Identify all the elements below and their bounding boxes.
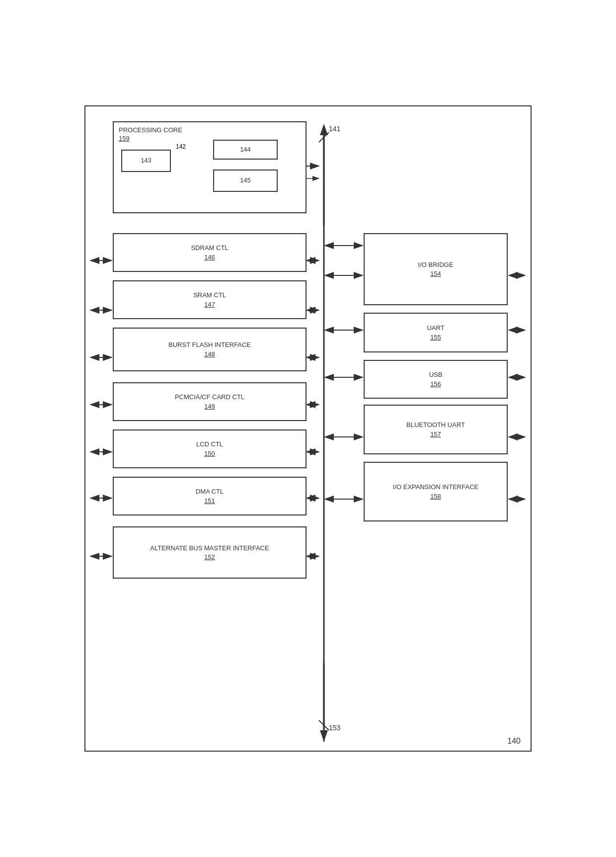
main-diagram: 141 153 140 PROCESSING CORE 159 143 142 …: [84, 105, 532, 752]
svg-marker-7: [320, 124, 328, 135]
io-expansion-num: 158: [430, 493, 441, 500]
dma-ctl-label: DMA CTL: [196, 488, 224, 496]
sdram-ctl-label: SDRAM CTL: [191, 244, 228, 253]
sram-ctl-box: SRAM CTL 147: [113, 280, 307, 319]
svg-marker-9: [320, 730, 328, 742]
inner-145-label: 145: [240, 176, 251, 185]
sram-ctl-label: SRAM CTL: [193, 291, 226, 300]
sram-ctl-num: 147: [204, 301, 215, 308]
processing-core-num: 159: [119, 135, 130, 142]
svg-text:153: 153: [329, 724, 341, 732]
pcmcia-box: PCMCIA/CF CARD CTL 149: [113, 382, 307, 421]
io-bridge-num: 154: [430, 270, 441, 277]
processing-core-label: PROCESSING CORE: [119, 126, 182, 134]
inner-143-label: 143: [141, 157, 152, 165]
pcmcia-num: 149: [204, 403, 215, 410]
uart-box: UART 155: [364, 313, 508, 352]
inner-box-144: 144: [213, 140, 278, 160]
bluetooth-uart-label: BLUETOOTH UART: [406, 421, 465, 429]
usb-label: USB: [429, 371, 443, 379]
inner-144-label: 144: [240, 146, 251, 154]
svg-line-43: [319, 720, 329, 730]
inner-box-143: 143: [121, 150, 171, 172]
io-bridge-label: I/O BRIDGE: [418, 261, 454, 269]
lcd-ctl-box: LCD CTL 150: [113, 429, 307, 468]
processing-core-box: PROCESSING CORE 159 143 142 144 145: [113, 121, 307, 213]
dma-ctl-num: 151: [204, 497, 215, 505]
lcd-ctl-num: 150: [204, 450, 215, 457]
dma-ctl-box: DMA CTL 151: [113, 477, 307, 515]
bluetooth-uart-box: BLUETOOTH UART 157: [364, 405, 508, 454]
sdram-ctl-num: 146: [204, 254, 215, 261]
alt-bus-master-label: ALTERNATE BUS MASTER INTERFACE: [150, 544, 269, 553]
inner-box-145: 145: [213, 170, 278, 192]
bluetooth-uart-num: 157: [430, 430, 441, 438]
io-bridge-box: I/O BRIDGE 154: [364, 233, 508, 305]
uart-label: UART: [427, 324, 444, 333]
io-expansion-label: I/O EXPANSION INTERFACE: [393, 483, 478, 492]
burst-flash-num: 148: [204, 350, 215, 358]
burst-flash-box: BURST FLASH INTERFACE 148: [113, 328, 307, 371]
svg-line-42: [319, 132, 329, 142]
uart-num: 155: [430, 334, 441, 341]
io-expansion-box: I/O EXPANSION INTERFACE 158: [364, 462, 508, 521]
diagram-id-label: 140: [507, 737, 521, 746]
pcmcia-label: PCMCIA/CF CARD CTL: [175, 393, 244, 402]
alt-bus-master-num: 152: [204, 553, 215, 561]
usb-num: 156: [430, 380, 441, 388]
burst-flash-label: BURST FLASH INTERFACE: [168, 341, 251, 349]
inner-label-142: 142: [176, 143, 186, 150]
sdram-ctl-box: SDRAM CTL 146: [113, 233, 307, 272]
usb-box: USB 156: [364, 360, 508, 399]
lcd-ctl-label: LCD CTL: [196, 440, 223, 449]
alt-bus-master-box: ALTERNATE BUS MASTER INTERFACE 152: [113, 526, 307, 579]
svg-text:141: 141: [329, 125, 341, 133]
